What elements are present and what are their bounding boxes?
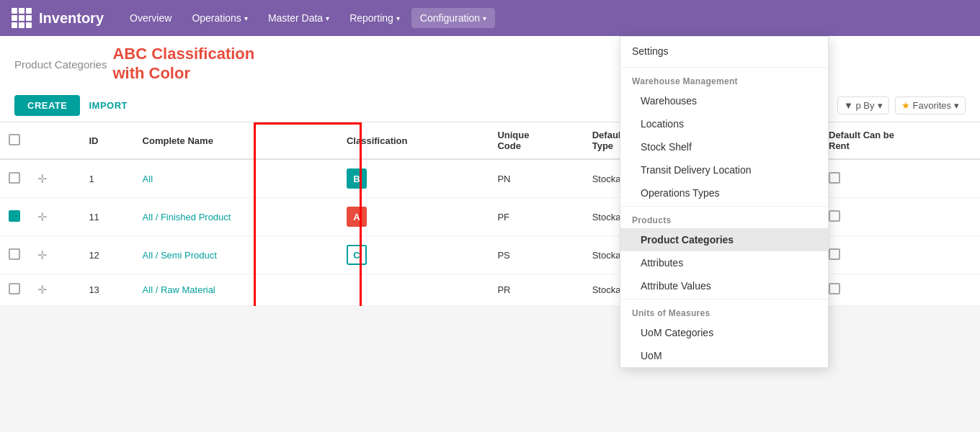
sub-header: Product Categories ABC Classification wi… <box>0 36 980 122</box>
classification-badge[interactable]: A <box>347 207 367 227</box>
row-code: PF <box>489 198 583 236</box>
caret-icon: ▾ <box>326 14 329 22</box>
row-checkbox[interactable] <box>9 283 20 294</box>
dropdown-transit-delivery[interactable]: Transit Delivery Location <box>620 158 828 181</box>
dropdown-attribute-values[interactable]: Attribute Values <box>620 274 828 297</box>
row-classification: C <box>338 236 489 274</box>
row-name[interactable]: All / Raw Material <box>134 274 338 306</box>
row-checkbox[interactable] <box>9 210 20 222</box>
nav-overview[interactable]: Overview <box>121 8 180 28</box>
data-table: ID Complete Name Classification UniqueCo… <box>0 122 980 306</box>
brand[interactable]: Inventory <box>12 8 104 28</box>
caret-icon: ▾ <box>878 100 883 111</box>
row-checkbox-cell <box>0 236 29 274</box>
star-icon: ★ <box>901 100 910 111</box>
row-code: PR <box>489 274 583 306</box>
drag-handle-icon[interactable]: ✛ <box>37 211 47 223</box>
caret-icon: ▾ <box>396 14 400 22</box>
nav-reporting[interactable]: Reporting ▾ <box>341 8 409 28</box>
header-checkbox[interactable] <box>9 134 20 145</box>
favorites-button[interactable]: ★ Favorites ▾ <box>895 96 966 114</box>
grid-icon <box>12 8 32 28</box>
header-unique-code[interactable]: UniqueCode <box>489 122 583 159</box>
row-rent-checkbox[interactable] <box>829 283 840 294</box>
divider <box>620 206 828 207</box>
row-classification <box>338 274 489 306</box>
import-button[interactable]: IMPORT <box>89 100 128 111</box>
nav-configuration[interactable]: Configuration ▾ <box>411 8 495 28</box>
row-name[interactable]: All / Semi Product <box>134 236 338 274</box>
row-classification: B <box>338 159 489 198</box>
dropdown-locations[interactable]: Locations <box>620 112 828 135</box>
row-checkbox[interactable] <box>9 248 20 260</box>
breadcrumb: Product Categories <box>14 58 107 71</box>
drag-handle-cell: ✛ <box>29 159 80 198</box>
table-header-row: ID Complete Name Classification UniqueCo… <box>0 122 980 159</box>
dropdown-operations-types[interactable]: Operations Types <box>620 181 828 204</box>
warehouse-management-header: Warehouse Management <box>620 69 828 89</box>
drag-handle-icon[interactable]: ✛ <box>37 284 47 296</box>
row-code: PN <box>489 159 583 198</box>
table-row: ✛12All / Semi ProductCPSStockable Produc… <box>0 236 980 274</box>
caret-icon: ▾ <box>244 14 248 22</box>
row-checkbox[interactable] <box>9 172 20 184</box>
create-button[interactable]: CREATE <box>14 95 80 116</box>
row-name[interactable]: All / Finished Product <box>134 198 338 236</box>
header-complete-name[interactable]: Complete Name <box>134 122 338 159</box>
row-checkbox-cell <box>0 159 29 198</box>
navbar: Inventory Overview Operations ▾ Master D… <box>0 0 980 36</box>
dropdown-stock-shelf[interactable]: Stock Shelf <box>620 135 828 158</box>
products-header: Products <box>620 208 828 228</box>
row-can-rent-cell <box>820 274 980 306</box>
row-checkbox-cell <box>0 198 29 236</box>
row-id: 12 <box>80 236 133 274</box>
row-classification: A <box>338 198 489 236</box>
caret-icon: ▾ <box>483 14 486 22</box>
header-checkbox-cell <box>0 122 29 159</box>
nav-master-data[interactable]: Master Data ▾ <box>259 8 338 28</box>
row-can-rent-cell <box>820 159 980 198</box>
row-name[interactable]: All <box>134 159 338 198</box>
drag-handle-icon[interactable]: ✛ <box>37 173 47 185</box>
table-row: ✛1AllBPNStockable Product <box>0 159 980 198</box>
brand-label: Inventory <box>39 10 104 27</box>
main-content: ID Complete Name Classification UniqueCo… <box>0 122 980 306</box>
table-row: ✛11All / Finished ProductAPFStockable Pr… <box>0 198 980 236</box>
nav-items: Overview Operations ▾ Master Data ▾ Repo… <box>121 8 968 28</box>
caret-icon: ▾ <box>954 100 959 111</box>
header-id[interactable]: ID <box>80 122 133 159</box>
classification-badge[interactable]: C <box>347 245 367 265</box>
configuration-dropdown: Settings Warehouse Management Warehouses… <box>620 36 829 306</box>
table-body: ✛1AllBPNStockable Product✛11All / Finish… <box>0 159 980 306</box>
classification-badge[interactable]: B <box>347 168 367 189</box>
row-rent-checkbox[interactable] <box>829 248 840 260</box>
divider <box>620 299 828 300</box>
row-id: 11 <box>80 198 133 236</box>
row-can-rent-cell <box>820 236 980 274</box>
nav-operations[interactable]: Operations ▾ <box>183 8 256 28</box>
row-id: 1 <box>80 159 133 198</box>
drag-handle-icon[interactable]: ✛ <box>37 249 47 261</box>
group-by-button[interactable]: ▼ p By ▾ <box>837 96 889 114</box>
row-id: 13 <box>80 274 133 306</box>
header-can-rent[interactable]: Default Can beRent <box>820 122 980 159</box>
divider <box>620 67 828 68</box>
row-code: PS <box>489 236 583 274</box>
table-wrapper: ID Complete Name Classification UniqueCo… <box>0 122 980 306</box>
drag-handle-cell: ✛ <box>29 274 80 306</box>
dropdown-warehouses[interactable]: Warehouses <box>620 89 828 112</box>
uom-header: Units of Measures <box>620 301 828 306</box>
row-rent-checkbox[interactable] <box>829 172 840 184</box>
page-title: ABC Classification with Color <box>112 45 254 84</box>
dropdown-attributes[interactable]: Attributes <box>620 251 828 274</box>
row-rent-checkbox[interactable] <box>829 210 840 222</box>
header-classification[interactable]: Classification <box>338 122 489 159</box>
drag-handle-cell: ✛ <box>29 236 80 274</box>
dropdown-product-categories[interactable]: Product Categories <box>620 228 828 251</box>
table-row: ✛13All / Raw MaterialPRStockable Product <box>0 274 980 306</box>
right-controls: ▼ p By ▾ ★ Favorites ▾ <box>837 96 966 114</box>
drag-handle-cell: ✛ <box>29 198 80 236</box>
dropdown-settings[interactable]: Settings <box>620 37 828 66</box>
row-checkbox-cell <box>0 274 29 306</box>
row-can-rent-cell <box>820 198 980 236</box>
